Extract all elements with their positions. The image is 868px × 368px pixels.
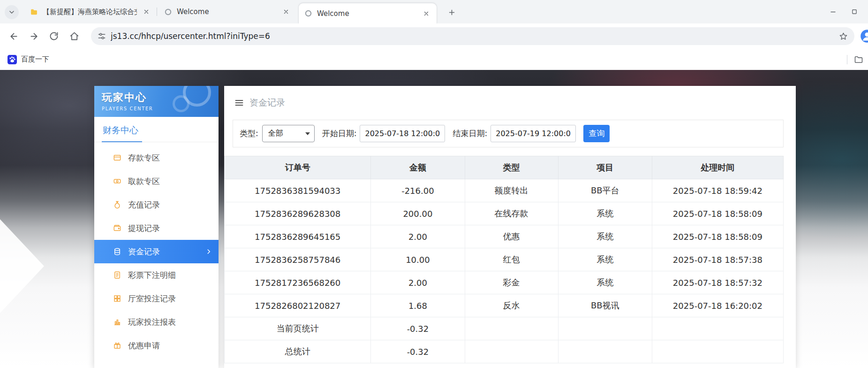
cell-project: 系统 (558, 202, 652, 225)
sidebar-title: 玩家中心 (102, 91, 219, 105)
folder-icon (854, 55, 863, 64)
sidebar-section: 财务中心 (94, 117, 219, 142)
background-triangle-decoration (0, 219, 44, 313)
search-button[interactable]: 查询 (583, 125, 610, 142)
money-bag-icon (113, 200, 121, 209)
baidu-icon (8, 55, 17, 64)
home-button[interactable] (65, 27, 83, 45)
hamburger-menu-icon[interactable] (234, 98, 244, 107)
cell-project: 系统 (558, 271, 652, 294)
back-arrow-icon (9, 31, 19, 41)
sidebar-item-promo-application[interactable]: 优惠申请 (94, 334, 219, 357)
cell-empty (652, 317, 783, 340)
cell-label: 总统计 (225, 340, 371, 363)
bookmark-star-button[interactable] (839, 32, 848, 41)
end-date-label: 结束日期: (453, 128, 487, 139)
navigation-bar: js13.cc/hhcp/usercenter.html?iniType=6 (0, 23, 868, 49)
refresh-button[interactable] (45, 27, 63, 45)
sidebar-menu: 存款专区 取款专区 充值记录 提现记录 资金记录 彩票下注明细 (94, 142, 219, 357)
tab-welcome-2-active[interactable]: Welcome (298, 3, 437, 23)
tab-title: Welcome (317, 9, 417, 18)
cell-amount: -0.32 (371, 317, 465, 340)
fund-records-panel: 资金记录 类型: 全部 开始日期: 结束日期: 查询 订单号 金额 类型 (224, 86, 796, 368)
new-tab-button[interactable] (445, 5, 459, 19)
sidebar-item-lottery-bet-details[interactable]: 彩票下注明细 (94, 263, 219, 287)
cell-amount: -216.00 (371, 179, 465, 202)
tab-close-button[interactable] (142, 7, 151, 16)
cell-empty (652, 340, 783, 363)
cell-empty (558, 317, 652, 340)
bookmark-baidu[interactable]: 百度一下 (8, 55, 49, 64)
cell-amount: 2.00 (371, 225, 465, 248)
table-row-page-total: 当前页统计 -0.32 (225, 317, 784, 340)
sidebar-item-deposit-zone[interactable]: 存款专区 (94, 146, 219, 169)
grid-icon (113, 294, 121, 303)
col-header-type: 类型 (465, 156, 558, 179)
sidebar-item-withdraw-records[interactable]: 提现记录 (94, 216, 219, 240)
fund-records-table-wrap: 订单号 金额 类型 项目 处理时间 1752836381594033 -216.… (224, 156, 784, 363)
select-caret-icon (305, 132, 310, 135)
panel-header: 资金记录 (224, 86, 796, 120)
tab-forum[interactable]: 【新提醒】海燕策略论坛综合交 (24, 0, 157, 23)
table-row: 1752836381594033 -216.00 额度转出 BB平台 2025-… (225, 179, 784, 202)
col-header-order-no: 订单号 (225, 156, 371, 179)
type-select[interactable]: 全部 (262, 125, 315, 142)
sidebar-item-fund-records[interactable]: 资金记录 (94, 240, 219, 263)
tab-search-button[interactable] (5, 5, 19, 19)
cell-empty (465, 340, 558, 363)
minimize-icon (830, 8, 837, 15)
tab-strip: 【新提醒】海燕策略论坛综合交 Welcome Welcome (0, 0, 868, 23)
cell-label: 当前页统计 (225, 317, 371, 340)
bookmarks-right-group (847, 55, 863, 64)
cell-amount: 1.68 (371, 294, 465, 317)
tab-close-button[interactable] (422, 9, 431, 18)
sidebar-item-label: 玩家投注报表 (128, 317, 176, 328)
start-date-label: 开始日期: (322, 128, 357, 139)
address-bar[interactable]: js13.cc/hhcp/usercenter.html?iniType=6 (91, 27, 854, 45)
cell-order-no: 1752836258757846 (225, 248, 371, 271)
sidebar-item-recharge-records[interactable]: 充值记录 (94, 193, 219, 216)
table-header-row: 订单号 金额 类型 项目 处理时间 (225, 156, 784, 179)
cell-process-time: 2025-07-18 16:20:02 (652, 294, 783, 317)
window-maximize-button[interactable] (847, 5, 862, 19)
other-bookmarks-folder-button[interactable] (854, 55, 863, 64)
cell-order-no: 1752836289628308 (225, 202, 371, 225)
cell-order-no: 1752836289645165 (225, 225, 371, 248)
cell-order-no: 1752836381594033 (225, 179, 371, 202)
url-text[interactable]: js13.cc/hhcp/usercenter.html?iniType=6 (111, 31, 839, 41)
bookmarks-bar: 百度一下 (0, 49, 868, 70)
home-icon (69, 31, 79, 41)
window-minimize-button[interactable] (825, 5, 840, 19)
cell-process-time: 2025-07-18 18:57:32 (652, 271, 783, 294)
sidebar-item-hall-bet-records[interactable]: 厅室投注记录 (94, 287, 219, 310)
sidebar-item-player-bet-report[interactable]: 玩家投注报表 (94, 310, 219, 334)
end-date-input[interactable] (491, 125, 576, 142)
refresh-icon (49, 31, 59, 41)
cell-amount: 2.00 (371, 271, 465, 294)
cell-type: 反水 (465, 294, 558, 317)
page-title: 资金记录 (249, 97, 285, 109)
forward-arrow-icon (29, 31, 39, 41)
type-select-value: 全部 (268, 129, 283, 138)
cell-amount: 200.00 (371, 202, 465, 225)
cell-empty (558, 340, 652, 363)
close-icon (423, 11, 429, 16)
table-row: 1752836289628308 200.00 在线存款 系统 2025-07-… (225, 202, 784, 225)
player-center-sidebar: 玩家中心 PLAYERS CENTER 财务中心 存款专区 取款专区 充值记录 … (94, 86, 219, 368)
bookmarks-divider (847, 55, 847, 64)
sidebar-header: 玩家中心 PLAYERS CENTER (94, 86, 219, 117)
cell-process-time: 2025-07-18 18:58:09 (652, 202, 783, 225)
forward-button[interactable] (25, 27, 43, 45)
sidebar-item-withdraw-zone[interactable]: 取款专区 (94, 169, 219, 193)
back-button[interactable] (5, 27, 23, 45)
tab-welcome-1[interactable]: Welcome (159, 0, 296, 23)
close-icon (143, 9, 149, 15)
globe-favicon-icon (164, 8, 172, 16)
tab-close-button[interactable] (281, 7, 291, 16)
cell-type: 彩金 (465, 271, 558, 294)
profile-avatar[interactable] (860, 29, 868, 43)
start-date-input[interactable] (360, 125, 445, 142)
coin-stack-icon (113, 247, 121, 256)
table-row: 1752836289645165 2.00 优惠 系统 2025-07-18 1… (225, 225, 784, 248)
cell-project: BB视讯 (558, 294, 652, 317)
